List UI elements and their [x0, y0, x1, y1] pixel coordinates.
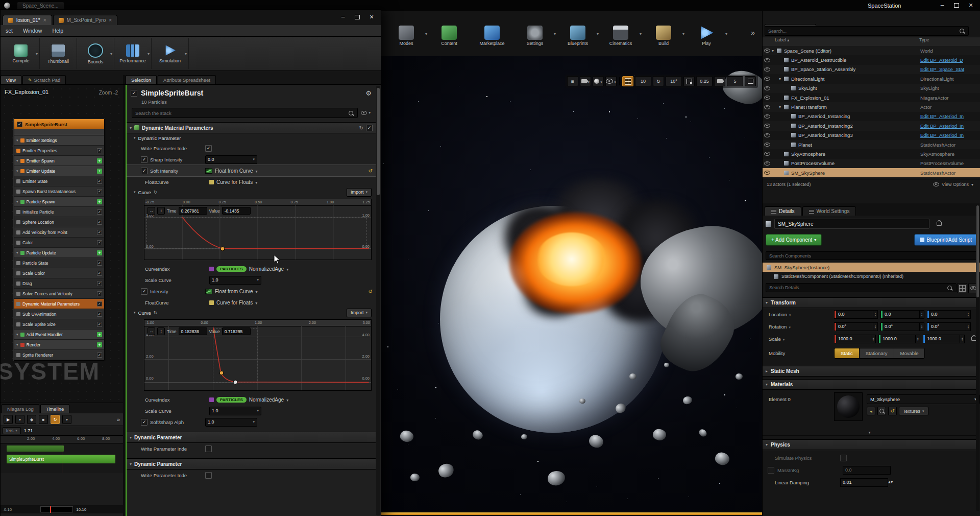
- outliner-row[interactable]: BP_Asteriod_Instancing2 Edit BP_Asteriod…: [763, 121, 980, 130]
- soft-sharp-field[interactable]: 1.0: [205, 418, 257, 427]
- add-module-button[interactable]: +: [97, 250, 102, 255]
- reset-to-default-icon[interactable]: [369, 289, 373, 294]
- visibility-eye-icon[interactable]: [763, 124, 772, 128]
- scale-snap-value[interactable]: 0.25: [696, 76, 713, 86]
- curve-subheader[interactable]: Curve Import: [127, 308, 376, 317]
- emitter-track-bar[interactable]: SimpleSpriteBurst: [7, 455, 115, 463]
- view-options-button[interactable]: View Options: [933, 182, 973, 187]
- import-button[interactable]: Import: [347, 309, 372, 317]
- reset-icon[interactable]: [888, 407, 897, 415]
- emitter-enabled-checkbox[interactable]: [131, 90, 137, 97]
- grid-snap-value[interactable]: 10: [635, 76, 651, 86]
- visibility-eye-icon[interactable]: [763, 86, 772, 90]
- gear-icon[interactable]: [365, 89, 372, 97]
- outliner-row[interactable]: Space_Scene (Editor) World: [763, 46, 980, 55]
- key-time-field[interactable]: 0.182836: [179, 327, 207, 335]
- timeline-ruler[interactable]: 2.00 4.00 6.00 8.00: [1, 436, 123, 443]
- key-time-field[interactable]: 0.267981: [179, 207, 207, 215]
- maximize-button[interactable]: [949, 0, 964, 10]
- level-tab[interactable]: Space_Scene...: [17, 2, 64, 10]
- dropdown-arrow-icon[interactable]: [255, 179, 257, 185]
- rotation-x-field[interactable]: 0.0°: [834, 322, 878, 331]
- stack-module-row[interactable]: Particle State +: [14, 258, 104, 268]
- asset-tab[interactable]: losion_01*: [3, 15, 52, 25]
- emitter-enabled-checkbox[interactable]: [17, 122, 22, 127]
- visibility-eye-icon[interactable]: [763, 58, 772, 62]
- write-parameter-checkbox[interactable]: [205, 145, 212, 152]
- emitter-node[interactable]: SimpleSpriteBurst Emitter Settings +: [14, 119, 105, 361]
- blueprint-add-script-button[interactable]: Blueprint/Add Script: [914, 234, 977, 246]
- details-tab[interactable]: Details: [765, 206, 801, 216]
- module-enabled-checkbox[interactable]: [97, 301, 102, 307]
- dropdown-arrow-icon[interactable]: [286, 266, 288, 272]
- stop-button[interactable]: [39, 415, 48, 424]
- visibility-eye-icon[interactable]: [763, 77, 772, 81]
- search-components-input[interactable]: [766, 253, 977, 259]
- material-thumbnail[interactable]: [834, 392, 863, 421]
- menu-item[interactable]: set: [1, 28, 18, 34]
- outliner-row[interactable]: PlanetTransform Actor: [763, 102, 980, 111]
- transform-section-header[interactable]: Transform: [763, 297, 976, 308]
- mobility-option[interactable]: Stationary: [860, 348, 894, 358]
- component-row[interactable]: SM_SkySphere(Instance): [763, 263, 980, 272]
- search-details[interactable]: [766, 283, 957, 292]
- toolbar-button[interactable]: Play: [689, 25, 724, 47]
- enable-checkbox[interactable]: [141, 288, 148, 295]
- chevron-down-icon[interactable]: [36, 51, 38, 56]
- stack-module-row[interactable]: Scale Sprite Size +: [14, 319, 104, 330]
- key-value-field[interactable]: 0.718295: [222, 327, 251, 335]
- maximize-button[interactable]: [350, 12, 364, 22]
- search-components[interactable]: [766, 251, 977, 260]
- component-row[interactable]: StaticMeshComponent (StaticMeshComponent…: [763, 272, 980, 281]
- outliner-columns[interactable]: Label Type: [763, 37, 980, 46]
- chevron-down-icon[interactable]: [640, 31, 642, 36]
- outliner-row[interactable]: BP_Asteriod_Instancing3 Edit BP_Asteriod…: [763, 131, 980, 140]
- module-enabled-checkbox[interactable]: [97, 179, 102, 184]
- range-window[interactable]: [40, 506, 73, 512]
- stack-module-row[interactable]: Emitter Settings +: [14, 135, 104, 146]
- view-mode-button[interactable]: [593, 76, 604, 86]
- dropdown-arrow-icon[interactable]: [286, 397, 288, 403]
- curve-key[interactable]: [219, 370, 224, 375]
- chevron-down-icon[interactable]: [554, 31, 556, 36]
- close-button[interactable]: [964, 0, 978, 10]
- panel-tab[interactable]: view: [1, 75, 21, 84]
- module-enabled-checkbox[interactable]: [97, 312, 102, 317]
- mobility-option[interactable]: Static: [835, 348, 860, 358]
- add-module-button[interactable]: +: [97, 332, 102, 337]
- location-z-field[interactable]: 0.0: [927, 310, 971, 319]
- dynamic-parameter-subheader[interactable]: Dynamic Parameter: [127, 133, 376, 143]
- fit-vertical-icon[interactable]: [157, 327, 165, 335]
- outliner-row[interactable]: SkyAtmosphere SkyAtmosphere: [763, 149, 980, 158]
- outliner-search-input[interactable]: [765, 29, 960, 34]
- mass-override-checkbox[interactable]: [768, 467, 774, 474]
- stack-module-row[interactable]: Sphere Location +: [14, 217, 104, 227]
- mass-field[interactable]: 0.0: [843, 466, 891, 475]
- location-label[interactable]: Location: [763, 312, 834, 317]
- niagara-toolbar-button[interactable]: Compile: [3, 38, 40, 69]
- add-module-button[interactable]: +: [97, 199, 102, 204]
- outliner-search[interactable]: [765, 26, 969, 36]
- write-parameter-checkbox[interactable]: [205, 445, 212, 452]
- simulate-physics-checkbox[interactable]: [840, 455, 847, 461]
- timeline-range-bar[interactable]: -0.10 10.10: [1, 505, 123, 513]
- rotation-label[interactable]: Rotation: [763, 324, 834, 330]
- visibility-eye-icon[interactable]: [763, 133, 772, 137]
- static-mesh-section-header[interactable]: Static Mesh: [763, 366, 976, 377]
- outliner-row[interactable]: BP_Asteroid_Destructible Edit BP_Asteroi…: [763, 55, 980, 64]
- module-enabled-checkbox[interactable]: [97, 220, 102, 225]
- visibility-eye-icon[interactable]: [763, 161, 772, 166]
- niagara-toolbar-button[interactable]: Thumbnail: [40, 38, 77, 69]
- refresh-icon[interactable]: [359, 125, 363, 131]
- stack-module-row[interactable]: Sub UVAnimation +: [14, 309, 104, 319]
- toolbar-button[interactable]: Content: [431, 25, 467, 47]
- add-module-button[interactable]: +: [97, 342, 102, 347]
- loop-toggle[interactable]: [51, 415, 60, 424]
- visibility-eye-icon[interactable]: [763, 96, 772, 100]
- toolbar-overflow-chevron[interactable]: »: [751, 29, 755, 37]
- dynamic-parameter-header[interactable]: Dynamic Parameter: [127, 458, 376, 470]
- asset-tab[interactable]: M_SixPoint_Pyro: [53, 15, 118, 25]
- close-tab-icon[interactable]: [43, 17, 46, 23]
- stack-module-row[interactable]: Emitter Properties +: [14, 146, 104, 156]
- module-enabled-checkbox[interactable]: [97, 261, 102, 266]
